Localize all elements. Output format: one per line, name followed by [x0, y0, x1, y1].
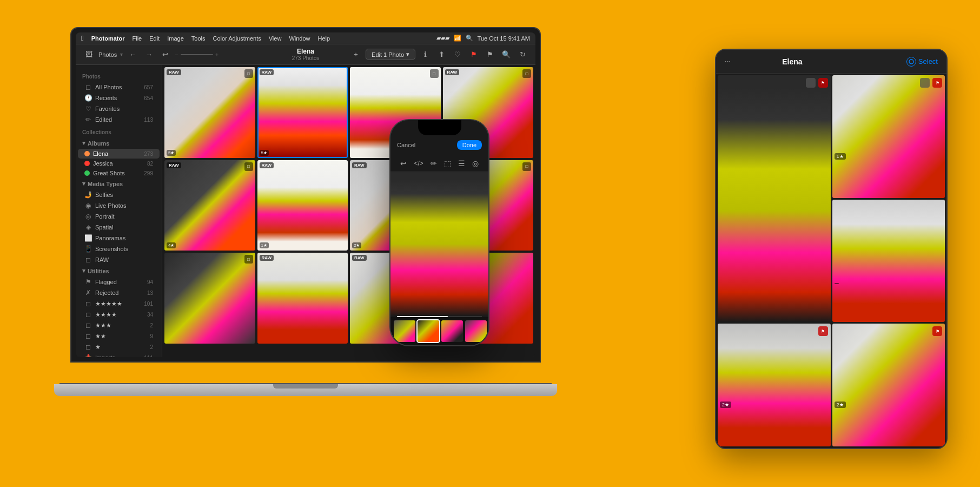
sidebar-item-edited[interactable]: ✏ Edited 113 [78, 114, 160, 125]
sidebar-item-favorites[interactable]: ♡ Favorites [78, 103, 160, 114]
4star-label: ★★★★ [95, 311, 144, 318]
sidebar-item-2star[interactable]: ◻ ★★ 9 [78, 331, 160, 341]
recents-label: Recents [95, 95, 141, 101]
1star-count: 2 [150, 344, 153, 350]
apple-menu[interactable]:  [81, 34, 84, 42]
photos-section-label: Photos [76, 69, 162, 82]
menu-help[interactable]: Help [318, 35, 330, 42]
zoom-minus[interactable]: − [175, 51, 178, 58]
sidebar-item-selfies[interactable]: 🤳 Selfies [78, 189, 160, 200]
ipad-badge-4-icon: ⚑ [821, 329, 825, 334]
rotate-btn[interactable]: ↻ [516, 48, 529, 61]
sidebar-item-all-photos[interactable]: ◻ All Photos 657 [78, 82, 160, 93]
back-btn[interactable]: ← [126, 48, 139, 61]
zoom-plus[interactable]: + [215, 51, 218, 58]
sidebar-item-flagged[interactable]: ⚑ Flagged 94 [78, 277, 160, 287]
elena-label: Elena [93, 150, 141, 157]
sidebar-item-3star[interactable]: ◻ ★★★ 2 [78, 320, 160, 331]
corner-badge-1: □ [244, 69, 253, 78]
sidebar-item-1star[interactable]: ◻ ★ 2 [78, 341, 160, 352]
stars-5: 4★ [167, 242, 176, 248]
iphone-action-toolbar: Cancel Done [390, 135, 488, 155]
ipad-header: ··· Elena Select [716, 50, 946, 74]
toolbar-right: + Edit 1 Photo ▾ ℹ ⬆ ♡ ⚑ ⚑ 🔍 ↻ [349, 48, 529, 61]
sidebar-item-panoramas[interactable]: ⬜ Panoramas [78, 233, 160, 244]
ipad-select-btn[interactable]: Select [906, 57, 938, 67]
pin-btn[interactable]: ⚑ [484, 48, 496, 61]
albums-arrow [82, 140, 85, 147]
iphone-crop-icon[interactable]: ⬚ [444, 159, 451, 168]
iphone-circle-icon[interactable]: ◎ [472, 159, 479, 168]
raw-label: RAW [95, 256, 153, 263]
strip-thumb-4[interactable] [465, 320, 487, 342]
albums-disclosure[interactable]: Albums [76, 137, 162, 149]
iphone-code-icon[interactable]: </> [414, 160, 423, 167]
zoom-slider[interactable] [181, 54, 213, 55]
info-btn[interactable]: ℹ [419, 48, 432, 61]
menu-window[interactable]: Window [289, 35, 310, 42]
forward-btn[interactable]: → [142, 48, 155, 61]
ipad-ellipsis: ··· [725, 58, 730, 65]
ipad-photo-cell-1[interactable]: ⚑ [718, 75, 831, 322]
menu-image[interactable]: Image [167, 35, 184, 42]
flagged-icon: ⚑ [84, 278, 92, 286]
add-btn[interactable]: + [349, 48, 362, 61]
photos-source-btn[interactable]: 🖼 [82, 48, 95, 61]
iphone-undo-icon[interactable]: ↩ [400, 159, 407, 168]
scene:  Photomator File Edit Image Tools Color… [0, 0, 980, 487]
strip-thumb-1[interactable] [394, 320, 415, 342]
search-icon[interactable]: 🔍 [466, 35, 473, 42]
photo-cell-2[interactable]: RAW 5★ [257, 67, 348, 158]
corner-badge-3: □ [430, 69, 439, 78]
share-btn[interactable]: ⬆ [435, 48, 448, 61]
photo-cell-5[interactable]: RAW □ 4★ [164, 160, 255, 251]
sidebar-item-screenshots[interactable]: 📱 Screenshots [78, 244, 160, 254]
menu-view[interactable]: View [269, 35, 282, 42]
undo-btn[interactable]: ↩ [158, 48, 171, 61]
selfies-icon: 🤳 [84, 191, 92, 199]
media-types-disclosure[interactable]: Media Types [76, 178, 162, 189]
heart-btn[interactable]: ♡ [451, 48, 464, 61]
sidebar-item-spatial[interactable]: ◈ Spatial [78, 222, 160, 233]
sidebar-item-live-photos[interactable]: ◉ Live Photos [78, 200, 160, 211]
strip-thumb-2[interactable] [418, 320, 439, 342]
flag-btn[interactable]: ⚑ [467, 48, 480, 61]
photo-cell-1[interactable]: RAW □ 5★ [164, 67, 255, 158]
ipad-screen: ··· Elena Select [716, 50, 946, 448]
sidebar-item-elena[interactable]: Elena 273 [78, 149, 160, 159]
sidebar-item-rejected[interactable]: ✗ Rejected 13 [78, 287, 160, 298]
edit-photo-btn[interactable]: Edit 1 Photo ▾ [366, 49, 415, 60]
photo-cell-10[interactable]: RAW [257, 253, 348, 344]
sidebar-item-great-shots[interactable]: Great Shots 299 [78, 168, 160, 178]
menu-color-adjustments[interactable]: Color Adjustments [213, 35, 261, 42]
iphone-list-icon[interactable]: ☰ [458, 159, 465, 168]
iphone-done-btn[interactable]: Done [457, 140, 482, 150]
menu-edit[interactable]: Edit [149, 35, 160, 42]
sidebar-item-imports[interactable]: 📥 Imports 111 [78, 352, 160, 357]
raw-badge-7: RAW [352, 162, 367, 168]
sidebar-item-5star[interactable]: ◻ ★★★★★ 101 [78, 298, 160, 309]
iphone-brush-icon[interactable]: ✏ [431, 159, 437, 168]
menu-tools[interactable]: Tools [191, 35, 206, 42]
dropdown-icon[interactable]: ▾ [120, 51, 123, 57]
strip-thumb-3[interactable] [441, 320, 463, 342]
sidebar-item-4star[interactable]: ◻ ★★★★ 34 [78, 309, 160, 320]
iphone-cancel-btn[interactable]: Cancel [397, 142, 415, 148]
photos-label[interactable]: Photos [98, 51, 117, 58]
ipad-photo-cell-4[interactable]: ⚑ 2★ [718, 324, 831, 446]
ipad-photo-cell-5[interactable]: ⚑ 2★ [832, 324, 945, 446]
search-btn[interactable]: 🔍 [500, 48, 513, 61]
menu-file[interactable]: File [132, 35, 142, 42]
rejected-count: 13 [147, 290, 153, 296]
app-name[interactable]: Photomator [91, 35, 125, 42]
ipad-photo-cell-2[interactable]: ⚑ 1★ [832, 75, 945, 198]
sidebar-item-raw[interactable]: ◻ RAW [78, 254, 160, 265]
photo-cell-9[interactable]: □ [164, 253, 255, 344]
photo-cell-6[interactable]: RAW 1★ [257, 160, 348, 251]
utilities-disclosure[interactable]: Utilities [76, 265, 162, 277]
sidebar-item-recents[interactable]: 🕐 Recents 654 [78, 93, 160, 103]
corner-badge-8: □ [522, 162, 531, 171]
ipad-photo-cell-3[interactable] [832, 200, 945, 323]
sidebar-item-portrait[interactable]: ◎ Portrait [78, 211, 160, 222]
sidebar-item-jessica[interactable]: Jessica 82 [78, 159, 160, 168]
